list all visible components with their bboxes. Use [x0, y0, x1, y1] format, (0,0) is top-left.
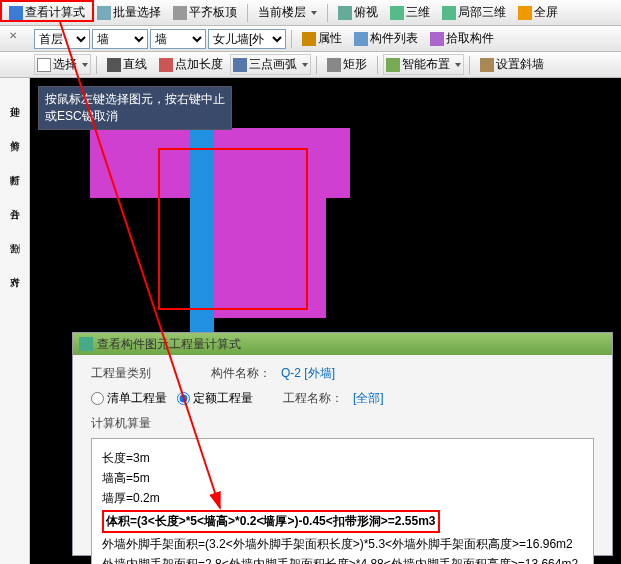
local-3d-label: 局部三维 [458, 4, 506, 21]
separator [469, 56, 470, 74]
comp-name-label: 构件名称： [211, 365, 271, 382]
quota-qty-radio[interactable]: 定额工程量 [177, 390, 253, 407]
calc-section-label: 计算机算量 [91, 415, 594, 432]
volume-line: 体积=(3<长度>*5<墙高>*0.2<墙厚>)-0.45<扣带形洞>=2.55… [106, 514, 436, 528]
height-line: 墙高=5m [102, 470, 583, 487]
separator [291, 30, 292, 48]
fullscreen-label: 全屏 [534, 4, 558, 21]
align-tool[interactable]: 对齐 [4, 254, 26, 284]
extend-tool[interactable]: 延伸 [4, 84, 26, 114]
hint-line1: 按鼠标左键选择图元，按右键中止 [45, 91, 225, 108]
volume-highlight: 体积=(3<长度>*5<墙高>*0.2<墙厚>)-0.45<扣带形洞>=2.55… [102, 510, 440, 533]
batch-select-button[interactable]: 批量选择 [92, 1, 166, 24]
component-select[interactable]: 女儿墙[外 [208, 29, 286, 49]
component-list-label: 构件列表 [370, 30, 418, 47]
trim-tool[interactable]: 修剪 [4, 118, 26, 148]
chevron-down-icon [455, 63, 461, 67]
fullscreen-button[interactable]: 全屏 [513, 1, 563, 24]
cursor-icon [37, 58, 51, 72]
second-toolbar: ✕ 首层 墙 墙 女儿墙[外 属性 构件列表 拾取构件 [0, 26, 621, 52]
local-3d-button[interactable]: 局部三维 [437, 1, 511, 24]
topview-button[interactable]: 俯视 [333, 1, 383, 24]
bill-qty-radio[interactable]: 清单工程量 [91, 390, 167, 407]
chevron-down-icon [311, 11, 317, 15]
batch-select-label: 批量选择 [113, 4, 161, 21]
category2-select[interactable]: 墙 [150, 29, 206, 49]
three-d-button[interactable]: 三维 [385, 1, 435, 24]
pick-icon [430, 32, 444, 46]
arc-tool[interactable]: 三点画弧 [230, 54, 311, 75]
panel-title-text: 查看构件图元工程量计算式 [97, 336, 241, 353]
comp-name-value: Q-2 [外墙] [281, 365, 335, 382]
line-tool[interactable]: 直线 [102, 53, 152, 76]
highlight-box [158, 148, 308, 310]
split-tool[interactable]: 分割 [4, 220, 26, 250]
separator [377, 56, 378, 74]
separator [327, 4, 328, 22]
current-floor-dropdown[interactable]: 当前楼层 [253, 1, 322, 24]
slope-icon [480, 58, 494, 72]
separator [96, 56, 97, 74]
separator [247, 4, 248, 22]
cube-icon [390, 6, 404, 20]
panel-body: 工程量类别 构件名称： Q-2 [外墙] 清单工程量 定额工程量 工程名称： [… [73, 355, 612, 564]
local3d-icon [442, 6, 456, 20]
arc-icon [233, 58, 247, 72]
proj-name-label: 工程名称： [283, 390, 343, 407]
attribute-button[interactable]: 属性 [297, 27, 347, 50]
category1-select[interactable]: 墙 [92, 29, 148, 49]
inner-area-line: 外墙内脚手架面积=2.8<外墙内脚手架面积长度>*4.88<外墙内脚手架面积高度… [102, 556, 583, 564]
panel-titlebar[interactable]: 查看构件图元工程量计算式 [73, 333, 612, 355]
chevron-down-icon [302, 63, 308, 67]
align-top-label: 平齐板顶 [189, 4, 237, 21]
draw-toolbar: 选择 直线 点加长度 三点画弧 矩形 智能布置 设置斜墙 [0, 52, 621, 78]
smart-layout-tool[interactable]: 智能布置 [383, 54, 464, 75]
three-d-label: 三维 [406, 4, 430, 21]
pick-component-button[interactable]: 拾取构件 [425, 27, 499, 50]
smart-label: 智能布置 [402, 56, 450, 73]
list-icon [354, 32, 368, 46]
select-icon [97, 6, 111, 20]
select-label: 选择 [53, 56, 77, 73]
thick-line: 墙厚=0.2m [102, 490, 583, 507]
formula-icon [9, 6, 23, 20]
close-icon[interactable]: ✕ [4, 30, 22, 44]
fullscreen-icon [518, 6, 532, 20]
addlen-label: 点加长度 [175, 56, 223, 73]
quota-radio-label: 定额工程量 [193, 390, 253, 407]
view-formula-button[interactable]: 查看计算式 [4, 1, 90, 24]
category-label: 工程量类别 [91, 365, 151, 382]
length-line: 长度=3m [102, 450, 583, 467]
current-floor-label: 当前楼层 [258, 4, 306, 21]
rect-icon [327, 58, 341, 72]
quota-radio-input[interactable] [177, 392, 190, 405]
rect-label: 矩形 [343, 56, 367, 73]
view-formula-label: 查看计算式 [25, 4, 85, 21]
proj-name-value: [全部] [353, 390, 384, 407]
rect-tool[interactable]: 矩形 [322, 53, 372, 76]
bill-radio-label: 清单工程量 [107, 390, 167, 407]
arc-label: 三点画弧 [249, 56, 297, 73]
break-tool[interactable]: 打断 [4, 152, 26, 182]
topview-icon [338, 6, 352, 20]
outer-area-line: 外墙外脚手架面积=(3.2<外墙外脚手架面积长度>)*5.3<外墙外脚手架面积高… [102, 536, 583, 553]
line-label: 直线 [123, 56, 147, 73]
top-toolbar: 查看计算式 批量选择 平齐板顶 当前楼层 俯视 三维 局部三维 全屏 [0, 0, 621, 26]
slope-wall-tool[interactable]: 设置斜墙 [475, 53, 549, 76]
left-toolbar: 延伸 修剪 打断 合并 分割 对齐 [0, 78, 30, 564]
select-tool[interactable]: 选择 [34, 54, 91, 75]
slope-label: 设置斜墙 [496, 56, 544, 73]
component-list-button[interactable]: 构件列表 [349, 27, 423, 50]
pick-label: 拾取构件 [446, 30, 494, 47]
attribute-label: 属性 [318, 30, 342, 47]
attr-icon [302, 32, 316, 46]
floor-select[interactable]: 首层 [34, 29, 90, 49]
align-top-button[interactable]: 平齐板顶 [168, 1, 242, 24]
addlen-tool[interactable]: 点加长度 [154, 53, 228, 76]
smart-icon [386, 58, 400, 72]
merge-tool[interactable]: 合并 [4, 186, 26, 216]
calculation-panel: 查看构件图元工程量计算式 工程量类别 构件名称： Q-2 [外墙] 清单工程量 … [72, 332, 613, 556]
line-icon [107, 58, 121, 72]
bill-radio-input[interactable] [91, 392, 104, 405]
chevron-down-icon [82, 63, 88, 67]
